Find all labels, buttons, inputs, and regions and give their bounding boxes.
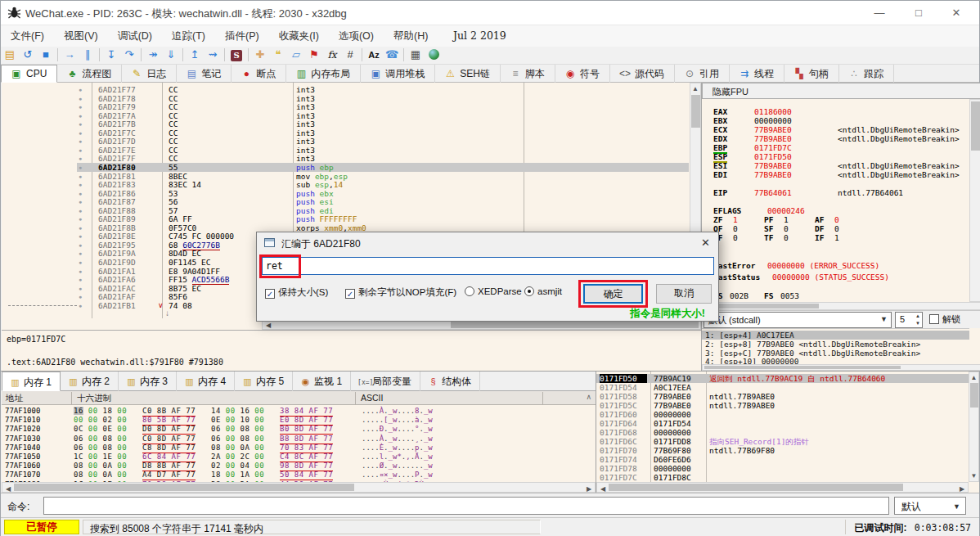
open-file-icon[interactable]: ▤: [1, 47, 19, 63]
hide-fpu-button[interactable]: 隐藏FPU: [702, 83, 980, 99]
radio-icon[interactable]: [524, 286, 534, 296]
breakpoint-dot-icon[interactable]: ●: [79, 249, 82, 258]
stack-row[interactable]: 0171FD7077B69F80ntdll.77B69F80: [596, 446, 969, 455]
memory-tab-监视1[interactable]: ◉监视 1: [293, 372, 351, 391]
stack-hscrollbar[interactable]: ◀ ▶: [596, 482, 969, 493]
scroll-thumb[interactable]: [971, 101, 980, 151]
command-profile-select[interactable]: 默认▼: [894, 497, 966, 515]
memory-tab-内存1[interactable]: ▥内存 1: [2, 372, 61, 391]
disasm-row[interactable]: ●6AD21F8055push ebp: [77, 163, 689, 172]
preferences-globe-icon[interactable]: [425, 47, 443, 63]
register-row[interactable]: EIP77B64061ntdll.77B64061: [713, 188, 727, 197]
breakpoint-dot-icon[interactable]: ●: [79, 189, 82, 198]
menu-item-d[interactable]: 调试(D): [108, 25, 162, 47]
scroll-left-arrow[interactable]: ◀: [264, 322, 272, 329]
memory-tab-内存5[interactable]: ▥内存 5: [235, 372, 293, 391]
disasm-row[interactable]: ●6AD21F8756push esi: [77, 197, 689, 206]
menu-item-t[interactable]: 追踪(T): [162, 25, 215, 47]
disasm-row[interactable]: ●6AD21F8857push edi: [77, 206, 689, 215]
breakpoint-dot-icon[interactable]: ●: [79, 284, 82, 293]
stack-row[interactable]: 0171FD5C77B9ABE0ntdll.77B9ABE0: [596, 401, 969, 410]
patches-icon[interactable]: ✚: [251, 47, 269, 63]
stack-row[interactable]: 0171FD74D60FE6D6: [596, 455, 969, 464]
breakpoint-dot-icon[interactable]: ●: [79, 180, 82, 189]
breakpoint-dot-icon[interactable]: ●: [79, 206, 82, 215]
stack-row[interactable]: 0171FD6C0171FDD8指向SEH_Record[1]的指针: [596, 437, 969, 446]
disasm-row[interactable]: ●6AD21F7CCCint3: [77, 128, 689, 137]
menu-item-o[interactable]: 选项(O): [329, 25, 384, 47]
scroll-right-arrow[interactable]: ▶: [585, 485, 593, 493]
scroll-down-arrow[interactable]: ▼: [969, 472, 978, 480]
tab-脚本[interactable]: ≡脚本: [501, 65, 555, 83]
menu-item-i[interactable]: 收藏夹(I): [269, 25, 329, 47]
cancel-button[interactable]: 取消: [656, 284, 712, 304]
tab-seh链[interactable]: ⚠SEH链: [435, 65, 501, 83]
scroll-thumb[interactable]: [704, 304, 819, 309]
arg-count-stepper[interactable]: 5▲▼: [895, 312, 923, 328]
tab-源代码[interactable]: <>源代码: [610, 65, 675, 83]
dialog-close-icon[interactable]: ✕: [701, 236, 710, 249]
tab-内存布局[interactable]: ▥内存布局: [286, 65, 361, 83]
argument-row[interactable]: 4: [esp+10] 00000000: [702, 357, 969, 364]
unlock-checkbox[interactable]: 解锁: [929, 313, 960, 326]
collapse-arrow-icon[interactable]: ∧: [586, 393, 591, 401]
argument-row[interactable]: 2: [esp+8] 77B9ABE0 <ntdll.DbgUiRemoteBr…: [702, 340, 969, 349]
memory-dump-pane[interactable]: ▥内存 1▥内存 2▥内存 3▥内存 4▥内存 5◉监视 1[x=]局部变量§结…: [2, 372, 596, 493]
tab-引用[interactable]: ⊙引用: [675, 65, 730, 83]
breakpoint-dot-icon[interactable]: ●: [79, 197, 82, 206]
column-address[interactable]: 地址: [2, 392, 72, 404]
menu-item-f[interactable]: 文件(F): [1, 25, 54, 47]
scroll-thumb[interactable]: [609, 484, 903, 491]
register-row[interactable]: ECX77B9ABE0<ntdll.DbgUiRemoteBreakin>: [713, 125, 727, 134]
memory-tab-结构体[interactable]: §结构体: [420, 372, 480, 391]
tab-符号[interactable]: ◉符号: [555, 65, 610, 83]
tab-调用堆栈[interactable]: ▣调用堆栈: [361, 65, 435, 83]
functions-icon[interactable]: fx: [323, 47, 341, 63]
disasm-row[interactable]: ●6AD21F7ACCint3: [77, 111, 689, 120]
stack-pane[interactable]: 0171FD5077B9AC19返回到 ntdll.77B9AC19 自 ntd…: [596, 372, 979, 493]
scroll-left-arrow[interactable]: ◀: [599, 485, 607, 493]
assemble-checkbox-2[interactable]: ✓剩余字节以NOP填充(F): [345, 286, 456, 299]
disasm-row[interactable]: ●6AD21F77CCint3: [77, 85, 689, 94]
column-hex[interactable]: 十六进制: [73, 392, 356, 404]
minimize-button[interactable]: —: [861, 1, 897, 25]
breakpoint-dot-icon[interactable]: ●: [79, 292, 82, 301]
disasm-row[interactable]: ●6AD21F7ECCint3: [77, 146, 689, 155]
breakpoint-dot-icon[interactable]: ●: [79, 137, 82, 146]
scroll-thumb[interactable]: [704, 366, 901, 369]
regs-hscrollbar[interactable]: [702, 302, 980, 310]
tab-cpu[interactable]: ▣CPU: [1, 65, 57, 83]
assemble-checkbox-1[interactable]: ✓保持大小(S): [265, 286, 328, 299]
stack-row[interactable]: 0171FD5077B9AC19返回到 ntdll.77B9AC19 自 ntd…: [596, 374, 969, 383]
breakpoint-dot-icon[interactable]: ●: [79, 94, 82, 103]
scroll-thumb[interactable]: [14, 484, 354, 491]
stack-row[interactable]: 0171FD640171FD54: [596, 419, 969, 428]
memory-tab-内存2[interactable]: ▥内存 2: [61, 372, 119, 391]
args-hscrollbar[interactable]: [702, 364, 980, 371]
menu-item-v[interactable]: 视图(V): [54, 25, 108, 47]
breakpoint-dot-icon[interactable]: ●: [79, 258, 82, 267]
scroll-right-arrow[interactable]: ▶: [958, 485, 966, 493]
disasm-row[interactable]: ●6AD21F78CCint3: [77, 94, 689, 103]
breakpoint-dot-icon[interactable]: ●: [79, 102, 82, 111]
run-icon[interactable]: →: [61, 47, 79, 63]
scylla-icon[interactable]: S: [227, 47, 245, 63]
register-row[interactable]: EBX00000000: [713, 116, 727, 125]
tab-跟踪[interactable]: ∴跟踪: [839, 65, 894, 83]
memory-tab-内存4[interactable]: ▥内存 4: [177, 372, 235, 391]
run-to-user-code-icon[interactable]: ⇓: [162, 47, 180, 63]
argument-row[interactable]: 1: [esp+4] A0C17EEA: [702, 331, 969, 340]
disasm-row[interactable]: ●6AD21F8653push ebx: [77, 189, 689, 198]
breakpoint-dot-icon[interactable]: ●: [79, 241, 82, 250]
step-into-icon[interactable]: ↧: [102, 47, 120, 63]
stepper-arrows-icon[interactable]: ▲▼: [915, 313, 920, 327]
disasm-row[interactable]: ●6AD21F896A FFpush FFFFFFFF: [77, 214, 689, 223]
registers-pane[interactable]: 隐藏FPU EAX01186000EBX00000000ECX77B9ABE0<…: [701, 83, 980, 371]
register-row[interactable]: EDX77B9ABE0<ntdll.DbgUiRemoteBreakin>: [713, 134, 727, 143]
register-row[interactable]: ESP0171FD50: [713, 152, 727, 161]
maximize-button[interactable]: □: [901, 1, 937, 25]
argument-row[interactable]: 3: [esp+C] 77B9ABE0 <ntdll.DbgUiRemoteBr…: [702, 349, 969, 358]
tab-笔记[interactable]: ▤笔记: [177, 65, 232, 83]
stack-vscrollbar[interactable]: ▲ ▼: [969, 372, 979, 482]
stop-icon[interactable]: ■: [37, 47, 55, 63]
